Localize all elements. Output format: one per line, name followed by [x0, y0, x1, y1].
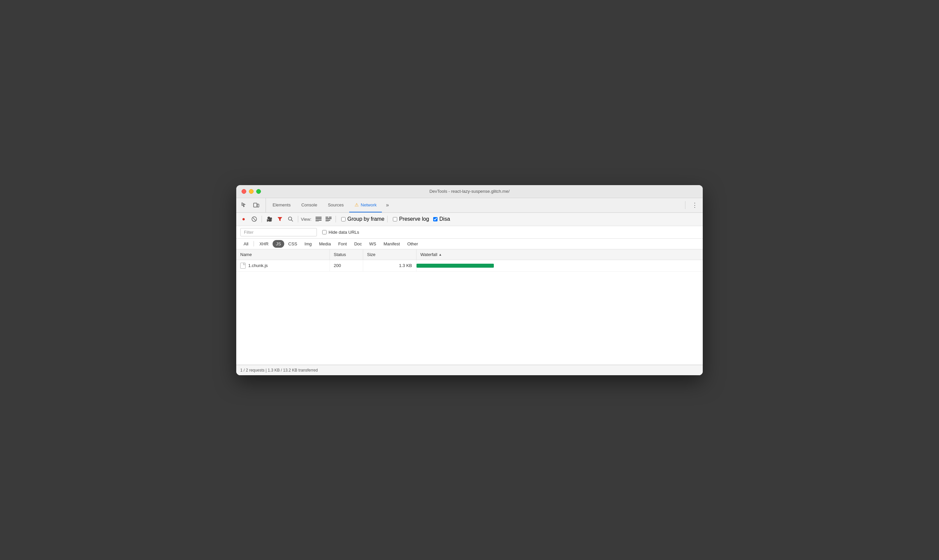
col-header-size[interactable]: Size: [363, 249, 416, 260]
file-icon: [240, 263, 245, 269]
svg-marker-4: [278, 217, 282, 221]
filter-img[interactable]: Img: [301, 240, 315, 248]
table-row[interactable]: 1.chunk.js 200 1.3 KB: [236, 260, 703, 271]
toolbar-sep-1: [262, 216, 262, 222]
svg-rect-13: [325, 218, 332, 219]
traffic-lights: [242, 189, 261, 194]
filter-js[interactable]: JS: [273, 240, 284, 248]
tab-bar: Elements Console Sources ⚠ Network »: [236, 198, 703, 213]
tab-network[interactable]: ⚠ Network: [349, 198, 382, 212]
table-empty-area: [236, 272, 703, 365]
devtools-menu-button[interactable]: ⋮: [689, 200, 700, 211]
table-body: 1.chunk.js 200 1.3 KB: [236, 260, 703, 271]
filter-bar: Hide data URLs: [236, 226, 703, 239]
filter-css[interactable]: CSS: [285, 240, 301, 248]
screenshot-button[interactable]: 🎥: [265, 214, 274, 224]
filter-all[interactable]: All: [240, 240, 251, 248]
tab-console[interactable]: Console: [296, 198, 322, 212]
size-cell: 1.3 KB: [363, 260, 416, 271]
table-header: Name Status Size Waterfall ▲: [236, 249, 703, 260]
file-name-cell: 1.chunk.js: [236, 260, 330, 271]
network-toolbar: ● 🎥: [236, 213, 703, 226]
filter-other[interactable]: Other: [404, 240, 421, 248]
close-button[interactable]: [242, 189, 246, 194]
tab-bar-right: ⋮: [684, 200, 700, 211]
filter-ws[interactable]: WS: [366, 240, 379, 248]
waterfall-bar: [416, 264, 494, 268]
toolbar-sep-3: [336, 216, 336, 222]
network-table: Name Status Size Waterfall ▲: [236, 249, 703, 272]
svg-line-3: [253, 218, 256, 220]
maximize-button[interactable]: [256, 189, 261, 194]
filter-button[interactable]: [275, 214, 285, 224]
minimize-button[interactable]: [249, 189, 254, 194]
group-by-frame-label[interactable]: Group by frame: [341, 216, 384, 222]
type-filter-bar: All XHR JS CSS Img Media Font Doc WS Man…: [236, 239, 703, 249]
disable-cache-checkbox[interactable]: [433, 217, 438, 222]
svg-rect-14: [325, 220, 330, 221]
filter-xhr[interactable]: XHR: [256, 240, 271, 248]
svg-rect-9: [316, 220, 322, 221]
hide-data-urls-label[interactable]: Hide data URLs: [322, 230, 359, 235]
preserve-log-checkbox[interactable]: [393, 217, 397, 222]
toolbar-sep-2: [298, 216, 298, 222]
filter-input[interactable]: [240, 228, 317, 236]
filter-manifest[interactable]: Manifest: [380, 240, 403, 248]
svg-rect-11: [325, 217, 328, 218]
devtools-panel: Elements Console Sources ⚠ Network »: [236, 198, 703, 375]
list-view-button[interactable]: [314, 215, 323, 223]
title-bar: DevTools - react-lazy-suspense.glitch.me…: [236, 185, 703, 198]
col-header-status[interactable]: Status: [330, 249, 363, 260]
devtools-window: DevTools - react-lazy-suspense.glitch.me…: [236, 185, 703, 375]
filter-doc[interactable]: Doc: [351, 240, 365, 248]
device-toolbar-button[interactable]: [251, 200, 262, 211]
main-tabs: Elements Console Sources ⚠ Network »: [267, 198, 684, 212]
waterfall-cell: [416, 260, 703, 271]
tab-elements[interactable]: Elements: [267, 198, 296, 212]
svg-line-6: [291, 220, 293, 222]
tab-sources[interactable]: Sources: [322, 198, 349, 212]
status-cell: 200: [330, 260, 363, 271]
group-by-frame-checkbox[interactable]: [341, 217, 345, 222]
filter-font[interactable]: Font: [335, 240, 350, 248]
search-button[interactable]: [286, 214, 295, 224]
svg-rect-10: [316, 221, 319, 222]
filter-media[interactable]: Media: [316, 240, 334, 248]
col-header-name[interactable]: Name: [236, 249, 330, 260]
tab-more-button[interactable]: »: [382, 198, 393, 212]
preserve-log-label[interactable]: Preserve log: [393, 216, 429, 222]
group-view-button[interactable]: [324, 215, 333, 223]
tab-bar-icons: [239, 198, 266, 212]
hide-data-urls-checkbox[interactable]: [322, 230, 327, 234]
svg-rect-8: [316, 218, 322, 219]
svg-rect-7: [316, 217, 322, 218]
window-title: DevTools - react-lazy-suspense.glitch.me…: [430, 189, 510, 194]
disable-cache-label[interactable]: Disa: [433, 216, 450, 222]
svg-rect-1: [257, 204, 259, 207]
status-bar: 1 / 2 requests | 1.3 KB / 13.2 KB transf…: [236, 365, 703, 375]
view-label: View:: [301, 217, 311, 222]
sort-arrow-icon: ▲: [438, 253, 442, 256]
network-warning-icon: ⚠: [355, 202, 359, 208]
svg-rect-15: [325, 221, 329, 222]
svg-rect-0: [254, 203, 257, 207]
inspect-element-button[interactable]: [239, 200, 250, 211]
clear-button[interactable]: [250, 214, 259, 224]
svg-rect-12: [329, 217, 332, 218]
col-header-waterfall[interactable]: Waterfall ▲: [416, 249, 703, 260]
record-button[interactable]: ●: [239, 214, 248, 224]
